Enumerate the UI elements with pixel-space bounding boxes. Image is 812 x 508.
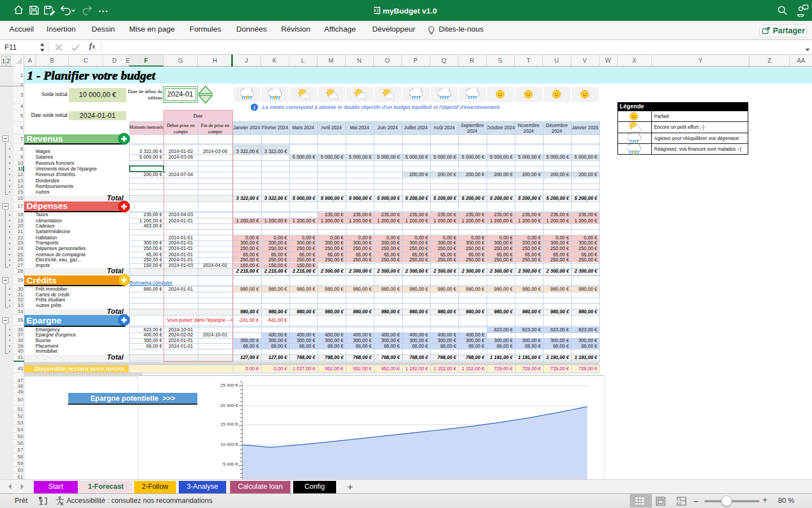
svg-text:1: 1 (2, 58, 5, 64)
svg-text:2: 2 (7, 58, 10, 64)
svg-text:i: i (254, 104, 255, 111)
svg-text:X: X (373, 8, 376, 13)
